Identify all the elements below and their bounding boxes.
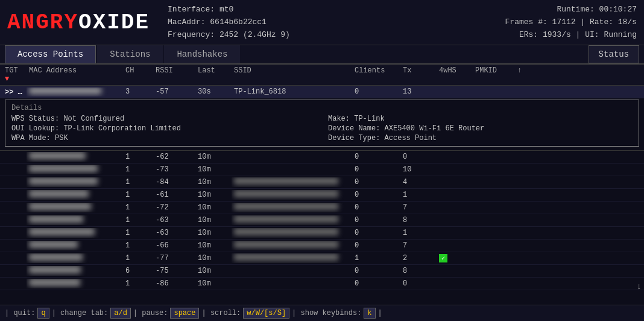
table-row[interactable]: 1 -73 10m 0 10	[0, 164, 644, 176]
row-rssi: -63	[153, 216, 195, 224]
details-device-type: Device Type: Access Point	[328, 134, 633, 142]
keybinds-label: | show keybinds:	[292, 309, 361, 317]
details-title: Details	[11, 104, 633, 112]
row-tx: 2	[400, 254, 437, 262]
row-rssi: -61	[153, 191, 195, 199]
col-pmkid: PMKID	[473, 66, 515, 83]
status-bar: | quit: q | change tab: a/d | pause: spa…	[0, 305, 644, 321]
col-mac: MAC Address	[27, 66, 123, 83]
table-row[interactable]: 6 -75 10m 0 8	[0, 265, 644, 278]
row-ssid	[232, 241, 352, 250]
row-mac	[27, 165, 123, 174]
row-mac	[27, 215, 123, 225]
row-rssi: -63	[153, 229, 195, 237]
selected-rssi: -57	[153, 87, 195, 96]
table-row[interactable]: 1 -72 10m 0 7	[0, 202, 644, 214]
row-tx: 1	[400, 229, 437, 237]
col-4whs: 4wHS	[437, 66, 473, 83]
row-ch: 1	[123, 279, 153, 288]
table-row[interactable]: 1 -63 10m 0 1	[0, 227, 644, 240]
tab-bar: Access Points Stations Handshakes Status	[0, 45, 644, 65]
row-ch: 1	[123, 254, 153, 262]
col-last: Last	[195, 66, 232, 83]
row-ch: 1	[123, 178, 153, 186]
row-last: 10m	[195, 178, 232, 186]
scroll-key[interactable]: w/W/[s/S]	[243, 308, 289, 319]
pause-label: | pause:	[133, 309, 168, 317]
main-table: TGT ▼ MAC Address CH RSSI Last SSID Clie…	[0, 65, 644, 305]
col-ssid: SSID	[232, 66, 352, 83]
col-clients: Clients	[352, 66, 400, 83]
table-row[interactable]: 1 -61 10m 0 1	[0, 189, 644, 202]
row-mac	[27, 177, 123, 187]
row-rssi: -84	[153, 178, 195, 186]
row-mac	[27, 203, 123, 212]
row-rssi: -77	[153, 254, 195, 262]
row-tx: 0	[400, 279, 437, 288]
row-clients: 0	[352, 241, 400, 250]
row-ssid	[232, 228, 352, 238]
table-row[interactable]: 1 -62 10m 0 0	[0, 151, 644, 164]
tab-stations[interactable]: Stations	[97, 45, 163, 63]
selected-row[interactable]: >> 3 -57 30s TP-Link_6818 0 13	[0, 86, 644, 98]
quit-label: | quit:	[5, 309, 35, 317]
row-rssi: -62	[153, 153, 195, 161]
check-icon: ✓	[439, 254, 447, 262]
row-mac	[27, 228, 123, 238]
row-last: 10m	[195, 191, 232, 199]
row-tx: 0	[400, 153, 437, 161]
row-tx: 7	[400, 241, 437, 250]
rows-wrapper[interactable]: >> 3 -57 30s TP-Link_6818 0 13 Details W…	[0, 86, 644, 305]
tab-handshakes[interactable]: Handshakes	[164, 45, 240, 63]
tab-status[interactable]: Status	[589, 45, 639, 63]
row-tx: 4	[400, 178, 437, 186]
table-row[interactable]: 1 -66 10m 0 7	[0, 240, 644, 252]
row-ch: 1	[123, 165, 153, 174]
row-ssid	[232, 215, 352, 225]
quit-key[interactable]: q	[37, 308, 49, 319]
table-row[interactable]: 1 -77 10m 1 2 ✓	[0, 252, 644, 265]
logo-angry: ANGRY	[7, 10, 78, 35]
row-last: 10m	[195, 153, 232, 161]
table-row[interactable]: 1 -84 10m 0 4	[0, 176, 644, 189]
row-rssi: -75	[153, 267, 195, 275]
details-make: Make: TP-Link	[328, 115, 633, 123]
row-tx: 1	[400, 191, 437, 199]
change-tab-key[interactable]: a/d	[110, 308, 131, 319]
col-tgt: TGT ▼	[2, 66, 27, 83]
row-clients: 0	[352, 178, 400, 186]
row-tx: 8	[400, 267, 437, 275]
row-last: 10m	[195, 254, 232, 262]
row-rssi: -86	[153, 279, 195, 288]
table-row[interactable]: 1 -63 10m 0 8	[0, 214, 644, 227]
row-clients: 0	[352, 191, 400, 199]
col-rssi: RSSI	[153, 66, 195, 83]
row-mac	[27, 241, 123, 250]
row-ssid	[232, 177, 352, 187]
row-tx: 7	[400, 203, 437, 212]
table-row[interactable]: 1 -86 10m 0 0	[0, 278, 644, 290]
selected-tx: 13	[400, 87, 437, 96]
status-end: |	[378, 309, 382, 317]
row-rssi: -73	[153, 165, 195, 174]
selected-last: 30s	[195, 87, 232, 96]
row-ch: 1	[123, 203, 153, 212]
keybinds-key[interactable]: k	[364, 308, 375, 319]
row-clients: 0	[352, 229, 400, 237]
row-rssi: -72	[153, 203, 195, 212]
row-ch: 6	[123, 267, 153, 275]
row-last: 10m	[195, 216, 232, 224]
pause-key[interactable]: space	[170, 308, 199, 319]
row-mac	[27, 279, 123, 288]
row-rssi: -66	[153, 241, 195, 250]
tab-access-points[interactable]: Access Points	[5, 45, 96, 63]
change-tab-label: | change tab:	[52, 309, 109, 317]
col-ch: CH	[123, 66, 153, 83]
details-wpa: WPA Mode: PSK	[11, 134, 316, 142]
scroll-down-arrow: ↓	[637, 282, 642, 291]
scroll-label: | scroll:	[201, 309, 241, 317]
selected-ssid: TP-Link_6818	[232, 87, 352, 96]
details-panel: Details WPS Status: Not Configured Make:…	[5, 100, 639, 147]
row-clients: 0	[352, 165, 400, 174]
data-rows: 1 -62 10m 0 0 1 -73 10m 0 10 1 -84	[0, 151, 644, 290]
